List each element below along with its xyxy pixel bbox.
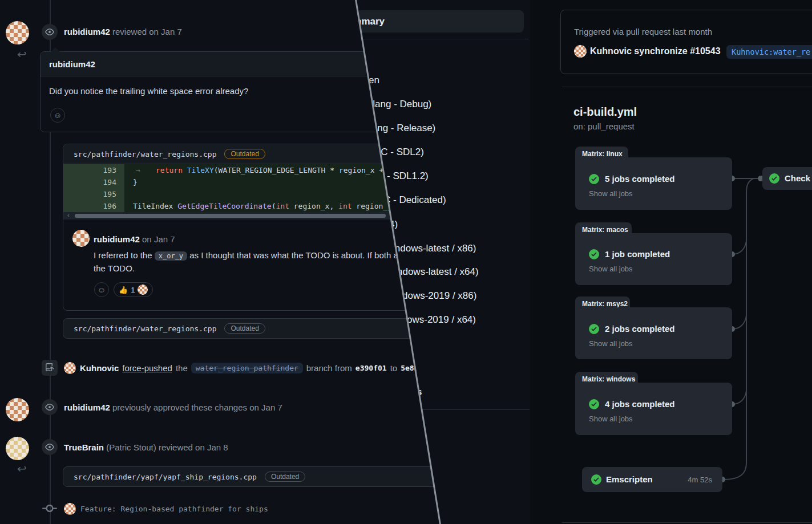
- matrix-linux-status: 5 jobs completed: [605, 174, 675, 184]
- matrix-windows-show-all-jobs[interactable]: Show all jobs: [589, 415, 633, 423]
- check-circle-icon: [589, 249, 599, 259]
- check-circle-icon: [591, 474, 601, 485]
- commit-icon: [42, 503, 57, 514]
- outdated-badge: Outdated: [265, 472, 305, 482]
- inline-code-chip: x_or_y: [155, 251, 187, 261]
- line-number: 196: [63, 202, 116, 210]
- thumbs-up-reaction-pill[interactable]: 👍 1: [114, 282, 153, 297]
- emscripten-job-card[interactable]: Emscripten 4m 52s: [582, 467, 722, 492]
- workflow-event-line[interactable]: Kuhnovic synchronize #10543: [590, 46, 721, 56]
- avatar[interactable]: [6, 437, 29, 460]
- thumbs-up-icon: 👍: [119, 286, 128, 294]
- review-event-2: TrueBrain (Patric Stout) reviewed on Jan…: [64, 442, 228, 452]
- check-circle-icon: [589, 324, 599, 334]
- head-branch-chip[interactable]: Kuhnovic:water_re: [726, 45, 812, 59]
- reactor-avatar: [138, 285, 148, 295]
- add-reaction-button[interactable]: ☺: [50, 108, 65, 123]
- avatar[interactable]: [6, 398, 29, 421]
- branch-chip[interactable]: water_region_pathfinder: [191, 363, 303, 373]
- screenshot-canvas: nmary ipten Clang - Debug) lang - Releas…: [0, 0, 812, 524]
- inline-comment-body-line2: the TODO.: [94, 263, 135, 273]
- approved-event: rubidium42 previously approved these cha…: [64, 403, 282, 412]
- force-push-event: Kuhnovic force-pushed the water_region_p…: [80, 363, 449, 373]
- author-link[interactable]: Kuhnovic: [80, 363, 119, 373]
- code-line-193: return TileXY(WATER_REGION_EDGE_LENGTH *…: [156, 166, 388, 174]
- review-event-1: rubidium42 reviewed on Jan 7: [64, 27, 182, 36]
- file-path[interactable]: src/pathfinder/water_regions.cpp: [74, 324, 216, 333]
- author-link[interactable]: rubidium42: [94, 234, 140, 244]
- line-number: 195: [63, 190, 116, 198]
- force-pushed-link[interactable]: force-pushed: [122, 363, 172, 373]
- emscripten-job-label: Emscripten: [606, 474, 653, 484]
- matrix-msys2-card[interactable]: 2 jobs completed Show all jobs: [575, 307, 732, 359]
- outdated-badge: Outdated: [224, 323, 265, 334]
- comment-author[interactable]: rubidium42: [49, 59, 95, 69]
- line-number: 193: [63, 166, 116, 174]
- matrix-linux-card[interactable]: 5 jobs completed Show all jobs: [575, 157, 732, 210]
- matrix-macos-card[interactable]: 1 job completed Show all jobs: [575, 233, 732, 285]
- eye-icon: [42, 399, 58, 415]
- scrollbar-thumb[interactable]: [75, 214, 386, 218]
- add-reaction-button[interactable]: ☺: [94, 282, 109, 297]
- author-link[interactable]: rubidium42: [64, 27, 110, 36]
- repo-push-icon: [42, 360, 58, 376]
- line-ref-arrow: →: [136, 166, 140, 174]
- smiley-icon: ☺: [54, 111, 62, 120]
- reply-arrow-icon: ↩: [17, 47, 27, 61]
- author-link[interactable]: rubidium42: [64, 403, 110, 412]
- avatar[interactable]: [64, 503, 76, 515]
- check-annotations-label: Check An: [785, 173, 812, 183]
- reply-arrow-icon: ↩: [17, 462, 27, 476]
- matrix-msys2-status: 2 jobs completed: [605, 324, 675, 334]
- check-circle-icon: [589, 174, 599, 184]
- comment-body: Did you notice the trailing white space …: [49, 86, 248, 96]
- matrix-macos-show-all-jobs[interactable]: Show all jobs: [589, 265, 633, 273]
- code-line-196: TileIndex GetEdgeTileCoordinate(int regi…: [133, 202, 410, 210]
- avatar[interactable]: [72, 230, 90, 247]
- trigger-info-card: [560, 10, 812, 74]
- file-path[interactable]: src/pathfinder/water_regions.cpp: [74, 150, 216, 159]
- matrix-windows-status: 4 jobs completed: [605, 399, 675, 409]
- emscripten-job-duration: 4m 52s: [688, 476, 712, 484]
- trigger-text: Triggered via pull request last month: [574, 27, 712, 36]
- line-number: 194: [63, 178, 116, 186]
- avatar[interactable]: [64, 362, 76, 374]
- smiley-icon: ☺: [98, 285, 106, 294]
- inline-comment-meta: rubidium42 on Jan 7: [94, 234, 175, 244]
- file-path[interactable]: src/pathfinder/yapf/yapf_ship_regions.cp…: [74, 473, 257, 481]
- eye-icon: [42, 439, 58, 455]
- matrix-msys2-show-all-jobs[interactable]: Show all jobs: [589, 339, 633, 348]
- scroll-left-arrow[interactable]: ‹: [67, 212, 70, 218]
- check-annotations-card[interactable]: Check An: [762, 167, 812, 190]
- avatar[interactable]: [574, 45, 587, 58]
- eye-icon: [42, 24, 58, 40]
- author-link[interactable]: TrueBrain: [64, 442, 104, 452]
- matrix-linux-show-all-jobs[interactable]: Show all jobs: [589, 189, 633, 198]
- check-circle-icon: [769, 173, 779, 184]
- commit-message-link[interactable]: Feature: Region-based pathfinder for shi…: [80, 505, 268, 513]
- inline-comment-body-line1: I referred to the x_or_y as I thought th…: [94, 250, 398, 260]
- avatar[interactable]: [6, 21, 29, 44]
- comment-caret: [51, 47, 60, 52]
- commit-sha-link[interactable]: e390f01: [355, 364, 387, 372]
- check-circle-icon: [589, 399, 599, 409]
- matrix-macos-status: 1 job completed: [605, 249, 670, 259]
- outdated-badge: Outdated: [224, 149, 265, 159]
- code-line-194: }: [133, 178, 138, 186]
- matrix-windows-card[interactable]: 4 jobs completed Show all jobs: [575, 383, 732, 435]
